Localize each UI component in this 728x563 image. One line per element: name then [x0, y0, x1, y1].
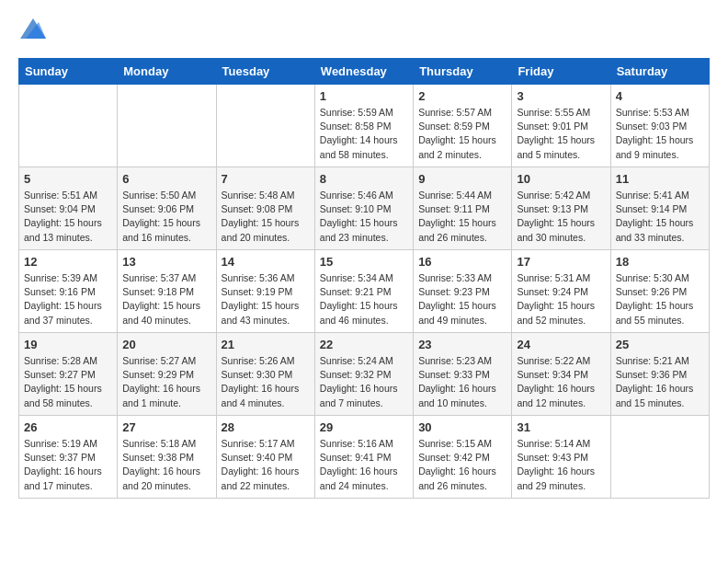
sunrise-text: Sunrise: 5:26 AM: [222, 354, 310, 368]
day-info: Sunrise: 5:14 AMSunset: 9:43 PMDaylight:…: [517, 437, 605, 493]
day-info: Sunrise: 5:55 AMSunset: 9:01 PMDaylight:…: [517, 106, 605, 162]
daylight-text: Daylight: 15 hours and 2 minutes.: [418, 133, 506, 161]
day-number: 18: [616, 255, 704, 269]
calendar-day-cell: 21Sunrise: 5:26 AMSunset: 9:30 PMDayligh…: [216, 333, 314, 416]
sunset-text: Sunset: 9:30 PM: [222, 368, 310, 382]
calendar-day-cell: 7Sunrise: 5:48 AMSunset: 9:08 PMDaylight…: [216, 167, 314, 250]
daylight-text: Daylight: 16 hours and 1 minute.: [122, 382, 210, 409]
day-number: 16: [418, 255, 506, 269]
daylight-text: Daylight: 16 hours and 4 minutes.: [222, 382, 310, 409]
sunset-text: Sunset: 9:37 PM: [24, 451, 112, 465]
page-header: [18, 18, 710, 43]
calendar-day-cell: 27Sunrise: 5:18 AMSunset: 9:38 PMDayligh…: [118, 416, 216, 499]
day-number: 1: [320, 89, 408, 103]
sunrise-text: Sunrise: 5:21 AM: [616, 354, 704, 368]
day-number: 21: [222, 338, 310, 351]
daylight-text: Daylight: 16 hours and 15 minutes.: [616, 382, 704, 409]
day-info: Sunrise: 5:50 AMSunset: 9:06 PMDaylight:…: [122, 189, 210, 245]
sunset-text: Sunset: 9:43 PM: [517, 451, 605, 465]
sunset-text: Sunset: 9:24 PM: [517, 285, 605, 299]
day-of-week-header: Thursday: [414, 59, 512, 85]
day-number: 31: [517, 420, 605, 434]
sunset-text: Sunset: 9:10 PM: [320, 202, 408, 216]
sunrise-text: Sunrise: 5:31 AM: [517, 271, 605, 285]
sunrise-text: Sunrise: 5:37 AM: [122, 271, 210, 285]
sunset-text: Sunset: 9:42 PM: [418, 451, 506, 465]
logo: [18, 18, 46, 43]
daylight-text: Daylight: 15 hours and 16 minutes.: [122, 216, 210, 244]
sunset-text: Sunset: 9:41 PM: [320, 451, 408, 465]
calendar-day-cell: [610, 416, 709, 499]
sunrise-text: Sunrise: 5:50 AM: [122, 189, 210, 202]
day-info: Sunrise: 5:51 AMSunset: 9:04 PMDaylight:…: [24, 189, 112, 245]
logo-icon: [20, 18, 46, 39]
calendar-day-cell: 20Sunrise: 5:27 AMSunset: 9:29 PMDayligh…: [118, 333, 216, 416]
calendar-day-cell: 30Sunrise: 5:15 AMSunset: 9:42 PMDayligh…: [414, 416, 512, 499]
calendar-week-row: 5Sunrise: 5:51 AMSunset: 9:04 PMDaylight…: [19, 167, 710, 250]
sunrise-text: Sunrise: 5:57 AM: [418, 106, 506, 120]
calendar-day-cell: [19, 85, 118, 167]
day-info: Sunrise: 5:48 AMSunset: 9:08 PMDaylight:…: [222, 189, 310, 245]
calendar-table: SundayMondayTuesdayWednesdayThursdayFrid…: [18, 58, 710, 499]
day-info: Sunrise: 5:34 AMSunset: 9:21 PMDaylight:…: [320, 271, 408, 327]
sunrise-text: Sunrise: 5:51 AM: [24, 189, 112, 202]
sunrise-text: Sunrise: 5:44 AM: [418, 189, 506, 202]
logo-text: [18, 18, 46, 43]
day-info: Sunrise: 5:17 AMSunset: 9:40 PMDaylight:…: [222, 437, 310, 493]
sunrise-text: Sunrise: 5:33 AM: [418, 271, 506, 285]
day-number: 2: [418, 89, 506, 103]
calendar-day-cell: 17Sunrise: 5:31 AMSunset: 9:24 PMDayligh…: [512, 250, 610, 333]
sunrise-text: Sunrise: 5:17 AM: [222, 437, 310, 451]
sunset-text: Sunset: 9:16 PM: [24, 285, 112, 299]
calendar-day-cell: 28Sunrise: 5:17 AMSunset: 9:40 PMDayligh…: [216, 416, 314, 499]
day-info: Sunrise: 5:41 AMSunset: 9:14 PMDaylight:…: [616, 189, 704, 245]
calendar-day-cell: 22Sunrise: 5:24 AMSunset: 9:32 PMDayligh…: [314, 333, 413, 416]
daylight-text: Daylight: 15 hours and 40 minutes.: [122, 299, 210, 327]
day-number: 3: [517, 89, 605, 103]
day-info: Sunrise: 5:24 AMSunset: 9:32 PMDaylight:…: [320, 354, 408, 410]
day-number: 5: [24, 172, 112, 186]
sunset-text: Sunset: 9:38 PM: [122, 451, 210, 465]
sunset-text: Sunset: 9:27 PM: [24, 368, 112, 382]
daylight-text: Daylight: 15 hours and 5 minutes.: [517, 133, 605, 161]
day-of-week-header: Saturday: [610, 59, 709, 85]
day-info: Sunrise: 5:33 AMSunset: 9:23 PMDaylight:…: [418, 271, 506, 327]
sunset-text: Sunset: 9:29 PM: [122, 368, 210, 382]
day-of-week-header: Sunday: [19, 59, 118, 85]
sunset-text: Sunset: 9:14 PM: [616, 202, 704, 216]
sunrise-text: Sunrise: 5:27 AM: [122, 354, 210, 368]
calendar-day-cell: 16Sunrise: 5:33 AMSunset: 9:23 PMDayligh…: [414, 250, 512, 333]
calendar-day-cell: 13Sunrise: 5:37 AMSunset: 9:18 PMDayligh…: [118, 250, 216, 333]
daylight-text: Daylight: 15 hours and 43 minutes.: [222, 299, 310, 327]
sunrise-text: Sunrise: 5:41 AM: [616, 189, 704, 202]
sunrise-text: Sunrise: 5:14 AM: [517, 437, 605, 451]
calendar-day-cell: 11Sunrise: 5:41 AMSunset: 9:14 PMDayligh…: [610, 167, 709, 250]
day-of-week-header: Friday: [512, 59, 610, 85]
day-number: 13: [122, 255, 210, 269]
sunset-text: Sunset: 8:59 PM: [418, 120, 506, 133]
day-number: 26: [24, 420, 112, 434]
sunset-text: Sunset: 9:13 PM: [517, 202, 605, 216]
calendar-day-cell: 4Sunrise: 5:53 AMSunset: 9:03 PMDaylight…: [610, 85, 709, 167]
daylight-text: Daylight: 15 hours and 58 minutes.: [24, 382, 112, 409]
sunset-text: Sunset: 9:18 PM: [122, 285, 210, 299]
day-number: 28: [222, 420, 310, 434]
calendar-day-cell: 10Sunrise: 5:42 AMSunset: 9:13 PMDayligh…: [512, 167, 610, 250]
calendar-header-row: SundayMondayTuesdayWednesdayThursdayFrid…: [19, 59, 710, 85]
sunrise-text: Sunrise: 5:18 AM: [122, 437, 210, 451]
day-info: Sunrise: 5:46 AMSunset: 9:10 PMDaylight:…: [320, 189, 408, 245]
daylight-text: Daylight: 15 hours and 49 minutes.: [418, 299, 506, 327]
calendar-day-cell: 24Sunrise: 5:22 AMSunset: 9:34 PMDayligh…: [512, 333, 610, 416]
daylight-text: Daylight: 16 hours and 29 minutes.: [517, 465, 605, 492]
calendar-day-cell: 23Sunrise: 5:23 AMSunset: 9:33 PMDayligh…: [414, 333, 512, 416]
sunrise-text: Sunrise: 5:28 AM: [24, 354, 112, 368]
day-number: 10: [517, 172, 605, 186]
day-info: Sunrise: 5:37 AMSunset: 9:18 PMDaylight:…: [122, 271, 210, 327]
day-info: Sunrise: 5:19 AMSunset: 9:37 PMDaylight:…: [24, 437, 112, 493]
daylight-text: Daylight: 16 hours and 26 minutes.: [418, 465, 506, 492]
sunset-text: Sunset: 9:21 PM: [320, 285, 408, 299]
sunrise-text: Sunrise: 5:53 AM: [616, 106, 704, 120]
sunrise-text: Sunrise: 5:55 AM: [517, 106, 605, 120]
daylight-text: Daylight: 16 hours and 22 minutes.: [222, 465, 310, 492]
day-info: Sunrise: 5:36 AMSunset: 9:19 PMDaylight:…: [222, 271, 310, 327]
